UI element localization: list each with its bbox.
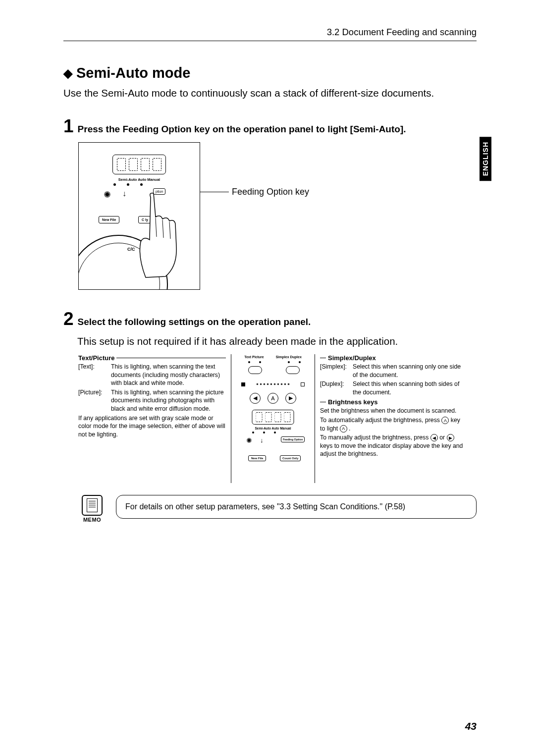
brightness-icon-2: ✺ [246, 436, 252, 444]
settings-left-column: Text/Picture [Text]: This is lighting, w… [78, 354, 226, 438]
simplex-desc: Select this when scanning only one side … [353, 363, 467, 379]
new-file-button: New File [99, 216, 119, 223]
picture-label: [Picture]: [78, 388, 109, 413]
step-1-text: Press the Feeding Option key on the oper… [78, 117, 406, 136]
text-picture-heading: Text/Picture [78, 354, 226, 362]
step-1: 1 Press the Feeding Option key on the op… [63, 117, 477, 136]
callout-leader-line [200, 192, 229, 192]
callout-feeding-option-key: Feeding Option key [232, 187, 309, 197]
mode-labels-2: Semi-Auto Auto Manual [231, 427, 315, 430]
brightness-controls: ◀ A ▶ [231, 393, 315, 404]
left-key-icon-inline: ◀ [430, 434, 438, 441]
memo-label: MEMO [78, 517, 106, 523]
section-title: ◆ Semi-Auto mode [63, 65, 477, 81]
diamond-bullet-icon: ◆ [63, 66, 72, 80]
figure-1: Semi-Auto Auto Manual ✺ ↓ ption New File… [78, 142, 477, 290]
brightness-icon: ✺ [104, 189, 111, 200]
settings-right-column: Simplex/Duplex [Simplex]: Select this wh… [320, 354, 467, 458]
brightness-line-3: To manually adjust the brightness, press… [320, 433, 467, 458]
step-2: 2 Select the following settings on the o… [63, 310, 477, 328]
counter-display-2 [252, 410, 294, 425]
hand-pointer-icon [136, 192, 195, 286]
memo-block: MEMO For details on other setup paramete… [78, 495, 477, 523]
auto-key-icon: A [268, 393, 278, 404]
top-labels-right: Simplex Duplex [276, 355, 302, 359]
down-arrow-icon-2: ↓ [260, 436, 264, 444]
a-key-icon-2: A [340, 425, 347, 432]
brightness-line-2: To automatically adjust the brightness, … [320, 416, 467, 432]
intro-text: Use the Semi-Auto mode to continuously s… [63, 86, 477, 100]
page-number: 43 [465, 720, 477, 732]
down-arrow-icon: ↓ [122, 189, 126, 198]
duplex-desc: Select this when scanning both sides of … [353, 380, 467, 396]
step-2-body: This setup is not required if it has alr… [77, 335, 477, 347]
brightness-line-1: Set the brightness when the document is … [320, 407, 467, 415]
simplex-duplex-button [286, 366, 300, 374]
picture-desc: This is lighting, when scanning the pict… [111, 388, 226, 413]
memo-icon: MEMO [78, 495, 106, 523]
text-picture-button [248, 366, 262, 374]
simplex-label: [Simplex]: [320, 363, 351, 379]
brightness-keys-heading: Brightness keys [320, 398, 467, 406]
simplex-duplex-heading: Simplex/Duplex [320, 354, 467, 362]
top-labels-left: Text Picture [244, 355, 264, 359]
step-1-number: 1 [63, 117, 74, 135]
step-2-text: Select the following settings on the ope… [78, 310, 311, 328]
text-picture-heading-label: Text/Picture [78, 354, 114, 362]
text-label: [Text]: [78, 363, 109, 387]
mode-indicator-dots [113, 183, 143, 186]
text-picture-note: If any applications are set with gray sc… [78, 414, 226, 439]
right-key-icon: ▶ [285, 393, 296, 404]
right-key-icon-inline: ▶ [447, 434, 454, 441]
duplex-label: [Duplex]: [320, 380, 351, 396]
text-desc: This is lighting, when scanning the text… [111, 363, 226, 387]
a-key-icon: A [441, 417, 449, 424]
brightness-keys-heading-label: Brightness keys [328, 398, 377, 406]
step-2-number: 2 [63, 310, 74, 328]
section-title-text: Semi-Auto mode [76, 65, 190, 81]
language-tab: ENGLISH [480, 137, 491, 181]
count-only-button-2: Count Only [280, 455, 301, 461]
new-file-button-2: New File [248, 455, 266, 461]
brightness-bar [241, 380, 305, 389]
settings-block: Text/Picture [Text]: This is lighting, w… [78, 354, 477, 483]
simplex-duplex-heading-label: Simplex/Duplex [328, 354, 376, 362]
mode-labels: Semi-Auto Auto Manual [79, 177, 200, 182]
operation-panel-illustration-1: Semi-Auto Auto Manual ✺ ↓ ption New File… [78, 142, 200, 290]
counter-display [112, 155, 166, 174]
memo-text: For details on other setup parameters, s… [116, 495, 477, 519]
left-key-icon: ◀ [250, 393, 261, 404]
feeding-option-button-2: Feeding Option [281, 436, 305, 442]
operation-panel-illustration-2: Text Picture Simplex Duplex ◀ A ▶ Semi-A… [231, 354, 315, 483]
header-section-ref: 3.2 Document Feeding and scanning [63, 27, 477, 41]
